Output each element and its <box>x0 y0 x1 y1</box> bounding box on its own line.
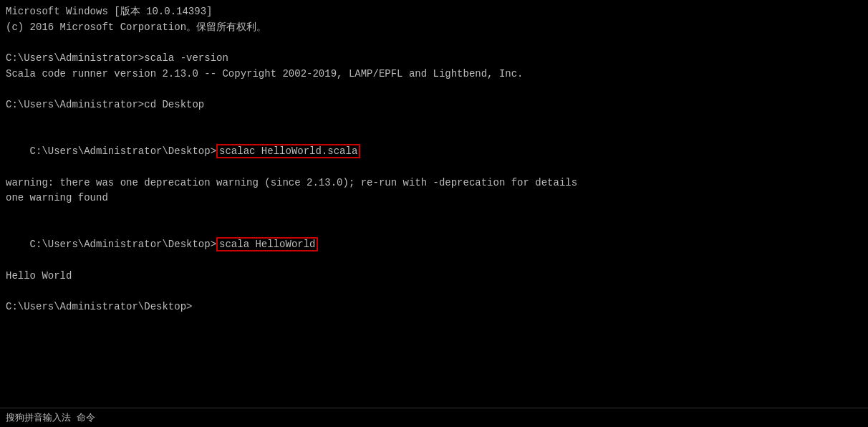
line-blank-3 <box>6 113 862 129</box>
line-warning-found: one warning found <box>6 191 862 206</box>
terminal-window[interactable]: Microsoft Windows [版本 10.0.14393] (c) 20… <box>0 0 868 427</box>
bottom-status-bar: 搜狗拼音输入法 命令 <box>0 408 868 427</box>
scala-run-prompt: C:\Users\Administrator\Desktop> <box>30 239 216 250</box>
line-deprecation-warning: warning: there was one deprecation warni… <box>6 176 862 191</box>
ime-status: 搜狗拼音输入法 命令 <box>6 413 95 423</box>
line-blank-5 <box>6 284 862 299</box>
line-final-prompt: C:\Users\Administrator\Desktop> <box>6 299 862 315</box>
line-scalac-command: C:\Users\Administrator\Desktop>scalac He… <box>6 129 862 176</box>
scalac-command-highlight: scalac HelloWorld.scala <box>216 144 360 158</box>
line-blank-4 <box>6 206 862 222</box>
line-copyright: (c) 2016 Microsoft Corporation。保留所有权利。 <box>6 20 862 36</box>
line-windows-version: Microsoft Windows [版本 10.0.14393] <box>6 4 862 20</box>
scala-run-command-highlight: scala HelloWorld <box>216 237 318 251</box>
line-blank-1 <box>6 35 862 51</box>
line-scala-version-output: Scala code runner version 2.13.0 -- Copy… <box>6 67 862 82</box>
line-blank-2 <box>6 82 862 97</box>
scalac-prompt: C:\Users\Administrator\Desktop> <box>30 145 216 157</box>
line-hello-world-output: Hello World <box>6 269 862 284</box>
line-cd-desktop: C:\Users\Administrator>cd Desktop <box>6 97 862 113</box>
line-scala-run-command: C:\Users\Administrator\Desktop>scala Hel… <box>6 222 862 269</box>
line-scala-version-cmd: C:\Users\Administrator>scala -version <box>6 51 862 67</box>
